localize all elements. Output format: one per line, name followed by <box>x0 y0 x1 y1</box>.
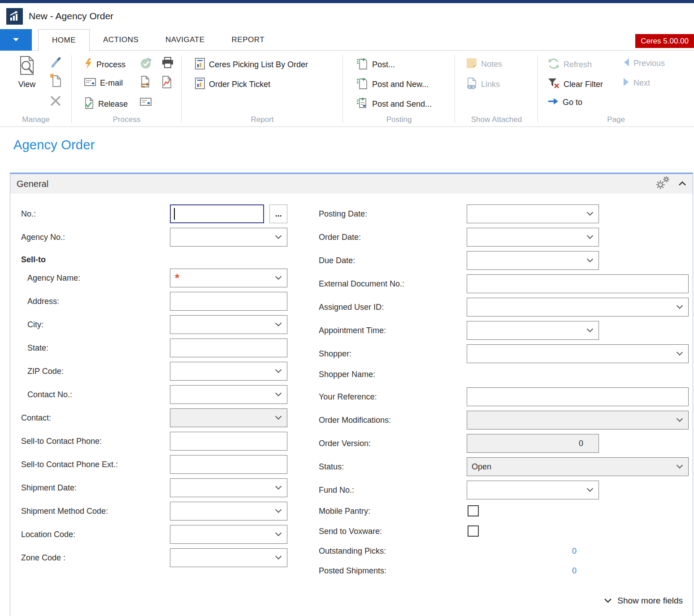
form-row: Status: Open <box>10 457 693 476</box>
tab-actions[interactable]: ACTIONS <box>90 29 152 51</box>
email-small-icon[interactable] <box>140 97 152 108</box>
ceres-picking-list-label: Ceres Picking List By Order <box>209 60 308 69</box>
tab-report[interactable]: REPORT <box>218 29 278 51</box>
ribbon-group-show-attached: Notes Links Show Attached <box>455 51 538 126</box>
field-label: Status: <box>319 457 344 476</box>
report-icon <box>195 78 205 91</box>
collapse-section-button[interactable] <box>678 181 686 187</box>
links-button-label: Links <box>481 80 500 89</box>
chevron-down-icon <box>587 210 593 216</box>
refresh-button-label: Refresh <box>564 60 592 69</box>
order-pick-ticket-button[interactable]: Order Pick Ticket <box>195 78 270 91</box>
edit-icon[interactable] <box>50 57 61 69</box>
tab-navigate[interactable]: NAVIGATE <box>152 29 218 51</box>
print-icon[interactable] <box>161 57 174 70</box>
show-more-fields-label: Show more fields <box>617 596 683 606</box>
post-button-label: Post... <box>372 60 395 69</box>
send-to-voxware-checkbox[interactable] <box>468 525 479 537</box>
general-body: No.: ... Agency No.: Sell-to Agency Name… <box>10 194 693 616</box>
general-header[interactable]: General <box>10 174 693 194</box>
order-version-input[interactable]: 0 <box>467 434 599 453</box>
order-date-combobox[interactable] <box>467 228 599 247</box>
field-label: Your Reference: <box>319 387 377 406</box>
app-menu-button[interactable] <box>0 29 32 51</box>
form-row: Outstanding Picks: 0 <box>10 545 693 557</box>
form-row: Posted Shipments: 0 <box>10 565 693 577</box>
post-button[interactable]: Post... <box>356 58 395 72</box>
external-document-no-input[interactable] <box>467 274 689 293</box>
clear-filter-button[interactable]: Clear Filter <box>548 78 603 91</box>
post-and-new-label: Post and New... <box>372 80 429 89</box>
form-row: Shopper: <box>10 344 693 363</box>
view-button-label: View <box>12 80 42 89</box>
previous-icon <box>623 58 629 69</box>
previous-button[interactable]: Previous <box>623 58 665 69</box>
approve-icon[interactable] <box>140 57 152 71</box>
your-reference-input[interactable] <box>467 387 689 406</box>
report-icon <box>195 58 205 72</box>
ribbon-group-page: Refresh Clear Filter Go to Previous Next… <box>538 51 694 126</box>
form-row: Send to Voxware: <box>10 525 693 537</box>
form-row: Order Version: 0 <box>10 434 693 453</box>
post-icon <box>356 58 368 72</box>
notes-button[interactable]: Notes <box>466 58 502 71</box>
process-button[interactable]: Process <box>84 58 126 72</box>
next-button[interactable]: Next <box>623 78 650 89</box>
customize-gears-icon <box>655 176 670 191</box>
fund-no-combobox[interactable] <box>467 481 599 499</box>
release-button[interactable]: Release <box>84 97 128 111</box>
due-date-combobox[interactable] <box>467 251 599 270</box>
ceres-picking-list-by-order-button[interactable]: Ceres Picking List By Order <box>195 58 308 72</box>
appointment-time-combobox[interactable] <box>467 321 599 340</box>
field-label: Mobile Pantry: <box>319 505 370 517</box>
go-to-button[interactable]: Go to <box>548 97 582 108</box>
version-badge: Ceres 5.00.00 <box>635 34 694 48</box>
clear-filter-icon <box>548 78 560 91</box>
mobile-pantry-checkbox[interactable] <box>468 505 479 516</box>
refresh-button[interactable]: Refresh <box>548 58 592 72</box>
status-combobox[interactable]: Open <box>467 457 689 476</box>
shopper-combobox[interactable] <box>467 344 689 363</box>
lightning-icon <box>84 58 92 72</box>
delete-icon[interactable] <box>50 95 61 108</box>
field-label: Fund No.: <box>319 481 354 499</box>
chevron-down-icon <box>587 327 593 332</box>
ribbon-group-report: Ceres Picking List By Order Order Pick T… <box>182 51 343 126</box>
post-and-new-button[interactable]: Post and New... <box>356 78 429 91</box>
group-label-show-attached: Show Attached <box>455 115 538 124</box>
field-label: Assigned User ID: <box>319 298 384 317</box>
ribbon: View Manage Process E-mail Release <box>0 51 694 127</box>
status-value: Open <box>472 458 491 476</box>
order-modifications-combobox[interactable] <box>467 411 689 429</box>
go-to-icon <box>548 97 559 108</box>
links-button[interactable]: Links <box>466 78 500 91</box>
post-and-send-label: Post and Send... <box>372 100 432 109</box>
post-and-send-button[interactable]: Post and Send... <box>356 97 432 111</box>
form-row: Your Reference: <box>10 387 693 406</box>
email-button[interactable]: E-mail <box>84 78 123 89</box>
group-label-page: Page <box>538 115 694 124</box>
form-row: Shopper Name: <box>10 369 693 380</box>
assigned-user-id-combobox[interactable] <box>467 298 689 317</box>
tab-home[interactable]: HOME <box>38 29 90 51</box>
posted-shipments-value[interactable]: 0 <box>567 565 581 577</box>
field-label: Shopper Name: <box>319 369 375 380</box>
chevron-down-icon <box>677 304 682 309</box>
chevron-up-icon <box>678 181 686 187</box>
new-document-icon[interactable] <box>49 73 62 89</box>
view-button[interactable]: View <box>12 55 42 89</box>
order-version-value: 0 <box>579 434 583 452</box>
chevron-down-icon <box>677 350 682 356</box>
show-more-fields-button[interactable]: Show more fields <box>604 596 683 606</box>
next-label: Next <box>633 78 650 88</box>
outstanding-picks-value[interactable]: 0 <box>567 545 581 557</box>
general-fasttab: General No.: ... Agency No.: Sell-to Age… <box>10 173 693 616</box>
form-row: External Document No.: <box>10 274 693 293</box>
field-label: Send to Voxware: <box>319 525 382 537</box>
previous-label: Previous <box>633 59 665 68</box>
reopen-icon[interactable] <box>140 76 152 90</box>
statistics-icon[interactable] <box>161 76 172 90</box>
links-icon <box>466 78 477 91</box>
title-bar: New - Agency Order <box>0 3 694 29</box>
posting-date-combobox[interactable] <box>467 204 599 223</box>
